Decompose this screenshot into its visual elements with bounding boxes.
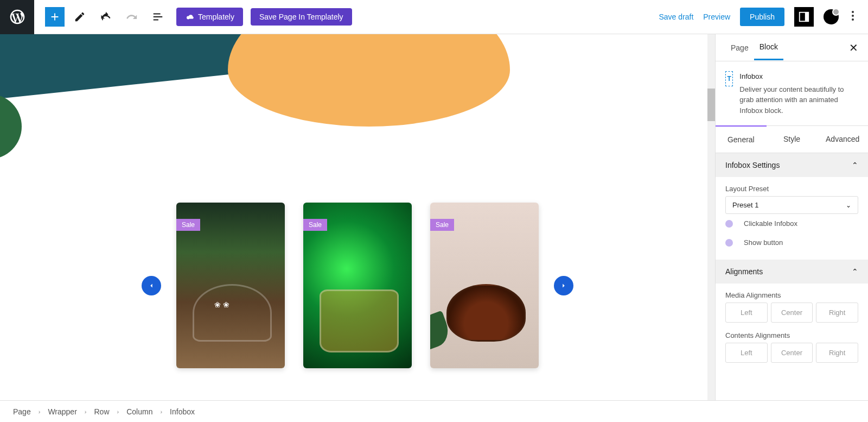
close-sidebar-icon[interactable]: ✕ [849,41,858,54]
save-draft-button[interactable]: Save draft [659,12,693,21]
panel-heading: Infobox Settings [725,161,780,169]
media-align-right[interactable]: Right [816,303,858,323]
media-align-center[interactable]: Center [771,303,813,323]
content-align-center[interactable]: Center [771,343,813,363]
wordpress-logo[interactable] [0,0,34,34]
sale-badge: Sale [430,219,454,231]
sale-badge: Sale [176,219,200,231]
select-value: Preset 1 [732,201,758,209]
crumb-wrapper[interactable]: Wrapper [48,407,76,416]
toggle-show-button[interactable] [725,239,733,247]
svg-point-7 [852,18,854,21]
more-options-icon[interactable] [848,8,857,26]
chevron-up-icon: ⌃ [852,161,858,169]
templately-label: Templately [198,12,234,21]
list-view-icon[interactable] [147,6,169,28]
layout-preset-select[interactable]: Preset 1 ⌄ [725,196,858,214]
subtab-advanced[interactable]: Advanced [817,125,868,153]
panel-infobox-settings[interactable]: Infobox Settings ⌃ [716,153,868,177]
toggle-clickable-infobox[interactable] [725,220,733,228]
crumb-infobox[interactable]: Infobox [170,407,195,416]
svg-point-6 [852,15,854,17]
crumb-page[interactable]: Page [13,407,31,416]
panel-heading: Alignments [725,267,763,276]
canvas-scrollbar[interactable] [707,34,715,400]
subtab-style[interactable]: Style [767,125,818,153]
block-settings-sidebar: Page Block ✕ T Infobox Deliver your cont… [715,34,868,400]
chevron-down-icon: ⌄ [846,201,851,209]
decorative-shape-green [0,94,22,159]
content-align-right[interactable]: Right [816,343,858,363]
toggle-label: Clickable Infobox [744,219,797,228]
content-align-left[interactable]: Left [725,343,768,363]
settings-panel-toggle[interactable] [794,7,814,27]
edit-icon[interactable] [69,6,91,28]
cloud-icon [185,12,195,22]
carousel-next-button[interactable] [554,276,573,295]
tab-block[interactable]: Block [754,35,783,60]
decorative-shape-orange [228,34,510,127]
media-align-left[interactable]: Left [725,303,768,323]
svg-point-5 [852,11,854,13]
product-card[interactable]: Sale [303,203,412,368]
add-block-button[interactable] [45,7,65,27]
layout-preset-label: Layout Preset [725,185,858,193]
contents-alignments-label: Contents Alignments [725,331,858,339]
crumb-column[interactable]: Column [126,407,152,416]
publish-button[interactable]: Publish [740,8,784,26]
editor-canvas[interactable]: Sale Sale Sale [0,34,715,400]
svg-point-2 [191,16,194,19]
templately-button[interactable]: Templately [176,8,243,26]
crumb-row[interactable]: Row [94,407,109,416]
toggle-label: Show button [744,238,783,247]
panel-alignments[interactable]: Alignments ⌃ [716,260,868,284]
save-page-label: Save Page In Templately [259,12,343,21]
chevron-up-icon: ⌃ [852,267,858,276]
block-name-label: Infobox [739,71,858,82]
block-breadcrumb: Page› Wrapper› Row› Column› Infobox [0,400,868,422]
sale-badge: Sale [303,219,327,231]
tab-page[interactable]: Page [725,36,754,60]
svg-rect-4 [805,12,808,22]
preview-button[interactable]: Preview [703,12,730,21]
leaf-decoration [430,311,453,350]
carousel-prev-button[interactable] [142,276,161,295]
save-page-templately-button[interactable]: Save Page In Templately [251,8,352,26]
media-alignments-label: Media Alignments [725,291,858,299]
redo-icon[interactable] [121,6,143,28]
infobox-block-icon: T [725,71,733,86]
block-description: Deliver your content beautifully to grab… [739,85,844,115]
product-card[interactable]: Sale [430,203,539,368]
product-carousel: Sale Sale Sale [142,203,573,368]
user-avatar[interactable] [824,9,839,24]
undo-icon[interactable] [95,6,117,28]
product-card[interactable]: Sale [176,203,285,368]
subtab-general[interactable]: General [716,125,767,153]
